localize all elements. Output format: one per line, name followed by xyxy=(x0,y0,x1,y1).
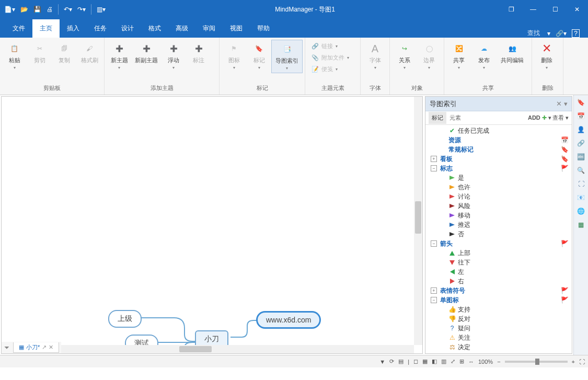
sidebar-icon[interactable]: ⛶ xyxy=(576,179,586,189)
sidebar-icon[interactable]: ▦ xyxy=(576,220,586,230)
scrollbar-h[interactable] xyxy=(2,345,414,353)
side-tab-markers[interactable]: 标记 xyxy=(429,112,446,124)
sidebar-icon[interactable]: 🔤 xyxy=(576,152,586,162)
qat-more-icon[interactable]: ▥▾ xyxy=(97,6,106,13)
new-subtopic-button[interactable]: ➕新副主题 xyxy=(132,40,161,66)
search-label[interactable]: 查找 xyxy=(523,29,544,38)
copy-button[interactable]: 🗐复制 xyxy=(52,40,77,66)
side-tab-elements[interactable]: 元素 xyxy=(446,112,464,124)
status-icon[interactable]: ▤ xyxy=(398,358,403,365)
warning-icon: ⚠ xyxy=(448,334,456,341)
tag-button[interactable]: 🔖标记▾ xyxy=(247,40,272,72)
menu-dropdown-icon[interactable]: ▾ xyxy=(547,30,550,37)
sidebar-icon[interactable]: 🔖 xyxy=(576,97,586,108)
status-icon[interactable]: ◧ xyxy=(432,358,437,365)
zoom-slider[interactable] xyxy=(505,361,568,363)
tab-home[interactable]: 主页 xyxy=(32,19,60,38)
collapse-icon[interactable]: − xyxy=(431,165,437,171)
side-close-icon[interactable]: ✕ xyxy=(556,100,562,108)
sheet-ext-icon[interactable]: ↗ xyxy=(42,344,47,351)
fullscreen-icon[interactable]: ⛶ xyxy=(579,359,585,365)
attach-row[interactable]: 📎附加文件▾ xyxy=(310,53,350,62)
new-topic-button[interactable]: ➕新主题▾ xyxy=(107,40,132,72)
side-view-button[interactable]: 查看 ▾ xyxy=(552,114,569,122)
undo-icon[interactable]: ↶▾ xyxy=(64,6,72,13)
collapse-icon[interactable]: − xyxy=(431,240,437,247)
zoom-out-icon[interactable]: − xyxy=(497,359,500,365)
sidebar-icon[interactable]: 👤 xyxy=(576,124,586,135)
redo-icon[interactable]: ↷▾ xyxy=(77,6,86,13)
mindmap-node-selected[interactable]: www.x6d.com xyxy=(257,312,320,328)
tab-file[interactable]: 文件 xyxy=(5,19,32,38)
status-icon[interactable]: ▼ xyxy=(379,359,385,365)
status-icon[interactable]: ⟳ xyxy=(389,358,394,365)
zoom-label[interactable]: 100% xyxy=(478,359,493,365)
side-add-button[interactable]: ADD ✚ ▾ xyxy=(528,114,551,121)
format-painter-button[interactable]: 🖌格式刷 xyxy=(77,40,102,66)
expand-icon[interactable]: + xyxy=(431,287,437,294)
status-icon[interactable]: ⊞ xyxy=(459,358,464,365)
boundary-button[interactable]: ◯边界▾ xyxy=(417,40,442,72)
font-button[interactable]: A字体▾ xyxy=(363,40,387,72)
print-icon[interactable]: 🖨 xyxy=(47,6,53,13)
sheet-tab[interactable]: ▦ 小刀* ↗ ✕ xyxy=(13,342,59,353)
sidebar-icon[interactable]: 🌐 xyxy=(576,206,586,216)
status-icon[interactable]: ▥ xyxy=(441,358,446,365)
share-button[interactable]: 🔀共享▾ xyxy=(446,40,471,72)
side-menu-icon[interactable]: ▾ xyxy=(564,100,568,108)
group-clipboard: 剪贴板 xyxy=(0,84,104,95)
cut-button[interactable]: ✂剪切 xyxy=(27,40,52,66)
paste-button[interactable]: 📋粘贴▾ xyxy=(2,40,27,72)
delete-button[interactable]: ✕删除▾ xyxy=(534,40,559,72)
relation-button[interactable]: ↪关系▾ xyxy=(392,40,417,72)
tab-advanced[interactable]: 高级 xyxy=(168,19,195,38)
open-icon[interactable]: 📂 xyxy=(20,6,28,13)
sheet-menu-icon[interactable]: ⏷ xyxy=(4,344,10,351)
link-icon[interactable]: 🔗▾ xyxy=(556,30,567,37)
sidebar-icon[interactable]: 🔍 xyxy=(576,165,586,176)
save-icon[interactable]: 💾 xyxy=(33,6,41,13)
status-icon[interactable]: ⤢ xyxy=(451,358,455,365)
expand-icon[interactable]: + xyxy=(431,156,437,162)
sidebar-icon[interactable]: 🔗 xyxy=(576,138,586,148)
tab-format[interactable]: 格式 xyxy=(141,19,168,38)
status-icon[interactable]: ▦ xyxy=(422,358,428,365)
tab-review[interactable]: 审阅 xyxy=(195,19,223,38)
floating-button[interactable]: ➕浮动▾ xyxy=(161,40,186,72)
close-icon[interactable]: ✕ xyxy=(566,0,588,19)
publish-button[interactable]: ☁发布▾ xyxy=(471,40,497,72)
note-row[interactable]: 📝便笺▾ xyxy=(310,65,350,74)
status-icon[interactable]: ↔ xyxy=(468,359,474,365)
help-icon[interactable]: ? xyxy=(572,29,580,38)
sidebar-icon[interactable]: 📅 xyxy=(576,111,586,121)
group-share: 共享 xyxy=(444,84,532,95)
icon-button[interactable]: ⚑图标▾ xyxy=(222,40,247,72)
coedit-button[interactable]: 👥共同编辑 xyxy=(497,40,528,66)
canvas[interactable]: 上级 测试 搞基 小刀 www.x6d.com ⏷ ▦ 小刀* ↗ ✕ xyxy=(1,96,423,354)
tab-design[interactable]: 设计 xyxy=(114,19,141,38)
sheet-close-icon[interactable]: ✕ xyxy=(49,344,53,351)
status-icon[interactable]: ◻ xyxy=(413,358,418,365)
map-index-button[interactable]: 📑导图索引▾ xyxy=(271,40,303,73)
tab-insert[interactable]: 插入 xyxy=(60,19,87,38)
check-icon: ✔ xyxy=(448,127,456,134)
scrollbar-v[interactable] xyxy=(414,97,422,345)
restore-icon[interactable]: ❐ xyxy=(500,0,522,19)
marker-tree[interactable]: ✔任务已完成 资源📅 常规标记🔖 +看板🔖 −标志🚩 是 也许 讨论 风险 移动… xyxy=(425,125,572,353)
tab-view[interactable]: 视图 xyxy=(223,19,250,38)
link-row[interactable]: 🔗链接▾ xyxy=(310,42,350,51)
tab-help[interactable]: 帮助 xyxy=(250,19,277,38)
new-doc-icon[interactable]: 📄▾ xyxy=(4,6,15,13)
note-icon: 📝 xyxy=(312,66,319,73)
question-icon: ? xyxy=(448,325,456,332)
zoom-in-icon[interactable]: + xyxy=(572,359,575,365)
attach-icon: 📎 xyxy=(312,54,319,61)
flag-icon xyxy=(449,213,455,217)
minimize-icon[interactable]: — xyxy=(522,0,544,19)
callout-button[interactable]: ➕标注 xyxy=(186,40,211,66)
tab-task[interactable]: 任务 xyxy=(87,19,114,38)
collapse-icon[interactable]: − xyxy=(431,297,437,303)
mindmap-node[interactable]: 上级 xyxy=(108,310,142,328)
maximize-icon[interactable]: ☐ xyxy=(544,0,566,19)
sidebar-icon[interactable]: 📧 xyxy=(576,192,586,203)
